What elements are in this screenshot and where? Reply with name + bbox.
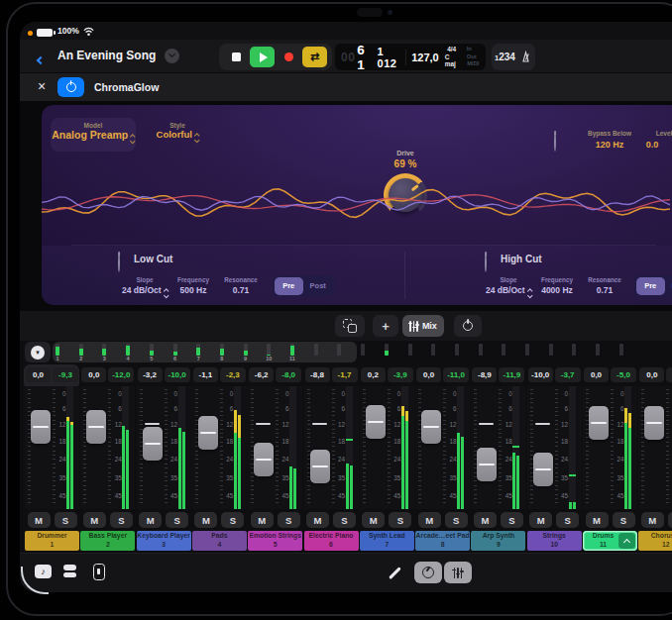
low-cut-resonance-value[interactable]: 0.71 xyxy=(209,285,273,295)
track-label[interactable]: Arcade…eet Pad8 xyxy=(415,531,470,551)
track-label[interactable]: Arp Synth9 xyxy=(471,531,525,551)
volume-value[interactable]: -3,2 xyxy=(138,367,163,382)
close-plugin-button[interactable]: × xyxy=(38,78,46,94)
browsers-icon[interactable] xyxy=(63,565,76,577)
overview-meter[interactable] xyxy=(479,344,483,356)
track-label[interactable]: Drummer1 xyxy=(25,531,79,551)
track-label[interactable]: Drums11 xyxy=(583,531,637,551)
solo-button[interactable]: S xyxy=(501,512,523,528)
overview-meter[interactable] xyxy=(126,344,130,356)
volume-value[interactable]: -10,0 xyxy=(528,367,553,382)
track-filter-button[interactable]: ▼ xyxy=(25,342,51,362)
song-menu-button[interactable] xyxy=(165,49,179,63)
fader-cap[interactable] xyxy=(31,410,51,444)
mute-button[interactable]: M xyxy=(362,512,385,528)
pre-button[interactable]: Pre xyxy=(636,277,666,295)
fader-cap[interactable] xyxy=(254,443,274,476)
track-label[interactable]: Strings10 xyxy=(527,531,582,551)
style-selector[interactable]: Style Colorful xyxy=(147,122,208,142)
volume-value[interactable]: 0,2 xyxy=(361,367,386,382)
mute-button[interactable]: M xyxy=(251,512,274,528)
overview-meter[interactable] xyxy=(572,344,576,356)
overview-meter[interactable] xyxy=(244,344,248,356)
volume-value[interactable]: 0,0 xyxy=(639,367,664,382)
solo-button[interactable]: S xyxy=(278,512,300,528)
overview-meter[interactable] xyxy=(337,344,341,356)
solo-button[interactable]: S xyxy=(556,512,579,528)
mute-button[interactable]: M xyxy=(28,512,51,528)
lcd-display[interactable]: 00 6 1 1 012 127,0 4/4 C maj In Out MIDI xyxy=(335,44,486,70)
overview-meter[interactable] xyxy=(102,344,106,356)
solo-button[interactable]: S xyxy=(55,512,77,528)
overview-meter[interactable] xyxy=(220,344,224,356)
overview-meter[interactable] xyxy=(408,344,412,356)
volume-value[interactable]: -6,2 xyxy=(249,367,274,382)
mute-button[interactable]: M xyxy=(641,512,664,528)
solo-button[interactable]: S xyxy=(110,512,133,528)
track-label[interactable]: Synth Lead7 xyxy=(360,531,414,551)
overview-meter[interactable] xyxy=(196,344,200,356)
fader-cap[interactable] xyxy=(421,410,441,444)
track-label[interactable]: Electric Piano6 xyxy=(304,531,359,551)
overview-meter[interactable] xyxy=(361,344,365,356)
volume-value[interactable]: -8,8 xyxy=(305,367,330,382)
mute-button[interactable]: M xyxy=(194,512,217,528)
fader-cap[interactable] xyxy=(533,453,553,486)
duplicate-button[interactable] xyxy=(335,315,365,337)
model-selector[interactable]: Model Analog Preamp xyxy=(51,118,136,152)
overview-meter[interactable] xyxy=(596,344,600,356)
overview-meter[interactable] xyxy=(290,344,294,356)
overview-meter[interactable] xyxy=(385,344,389,356)
fader-cap[interactable] xyxy=(589,406,609,440)
mute-button[interactable]: M xyxy=(306,512,329,528)
fader-cap[interactable] xyxy=(198,416,218,450)
overview-meter[interactable] xyxy=(455,344,459,356)
mute-button[interactable]: M xyxy=(586,512,609,528)
low-cut-power-button[interactable] xyxy=(118,255,120,272)
volume-value[interactable]: 0,0 xyxy=(416,367,441,382)
bypass-power-button[interactable] xyxy=(554,134,556,152)
stop-button[interactable] xyxy=(224,47,249,67)
mixer-power-button[interactable] xyxy=(454,315,482,337)
mute-button[interactable]: M xyxy=(474,512,497,528)
metronome-icon[interactable] xyxy=(519,51,532,63)
post-button[interactable]: Post xyxy=(303,277,333,295)
volume-value[interactable]: 0,0 xyxy=(584,367,609,382)
overview-meter[interactable] xyxy=(549,344,553,356)
volume-value[interactable]: -8,9 xyxy=(472,367,497,382)
overview-meter[interactable] xyxy=(173,344,177,356)
fader-cap[interactable] xyxy=(644,406,664,440)
overview-meter[interactable] xyxy=(525,344,529,356)
overview-meter[interactable] xyxy=(79,344,83,356)
solo-button[interactable]: S xyxy=(613,512,635,528)
level-value[interactable]: 0.0 xyxy=(622,140,672,150)
solo-button[interactable]: S xyxy=(333,512,356,528)
volume-value[interactable]: 0,0 xyxy=(81,367,106,382)
high-cut-power-button[interactable] xyxy=(485,255,487,272)
plugin-power-button[interactable] xyxy=(57,77,84,97)
edit-tool-icon[interactable] xyxy=(389,567,400,578)
fader-cap[interactable] xyxy=(310,450,330,483)
solo-button[interactable]: S xyxy=(668,512,672,528)
fader-cap[interactable] xyxy=(366,405,386,439)
overview-meter[interactable] xyxy=(314,344,318,356)
mute-button[interactable]: M xyxy=(83,512,106,528)
track-label[interactable]: Emotion Strings5 xyxy=(248,531,302,551)
overview-meter[interactable] xyxy=(267,344,271,356)
solo-button[interactable]: S xyxy=(389,512,411,528)
back-button[interactable] xyxy=(38,50,50,63)
fader-cap[interactable] xyxy=(143,427,163,461)
record-button[interactable] xyxy=(277,47,301,67)
midi-controller-icon[interactable] xyxy=(93,564,105,580)
volume-value[interactable]: 0,0 xyxy=(26,367,51,382)
overview-meter[interactable] xyxy=(431,344,435,356)
controls-view-button[interactable] xyxy=(414,562,442,583)
cycle-button[interactable]: ⇄ xyxy=(302,47,327,67)
fader-cap[interactable] xyxy=(86,410,106,444)
collapse-chevron-button[interactable] xyxy=(618,533,635,549)
solo-button[interactable]: S xyxy=(445,512,468,528)
track-label[interactable]: Bass Player2 xyxy=(80,531,135,551)
post-button[interactable]: Post xyxy=(665,277,672,295)
overview-meter[interactable] xyxy=(150,344,154,356)
solo-button[interactable]: S xyxy=(166,512,188,528)
